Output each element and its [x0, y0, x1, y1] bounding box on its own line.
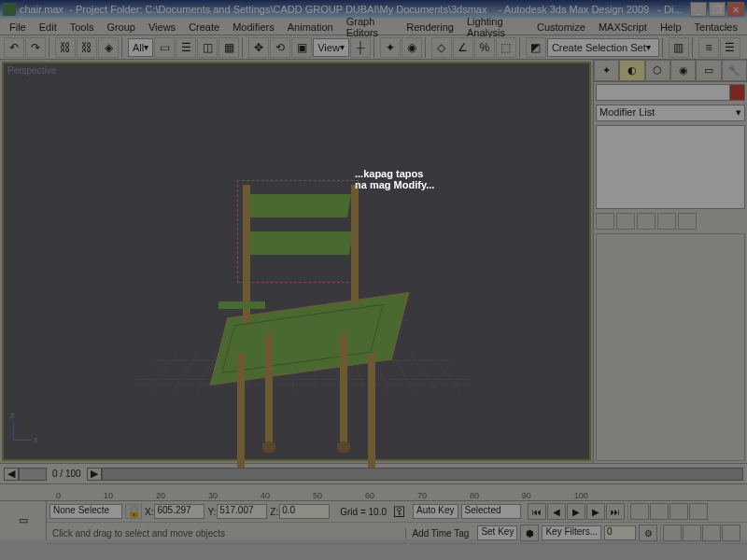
- rotate-button[interactable]: ⟲: [270, 37, 290, 58]
- rollout-area[interactable]: [596, 233, 745, 461]
- prompt-line: Click and drag to select and move object…: [49, 528, 402, 539]
- current-frame-field[interactable]: 0: [604, 525, 636, 540]
- maxscript-listener-button[interactable]: ▭: [0, 501, 47, 539]
- prev-frame-button[interactable]: ◀: [4, 468, 19, 481]
- undo-button[interactable]: ↶: [4, 37, 24, 58]
- menu-create[interactable]: Create: [183, 21, 225, 34]
- modifier-list-dropdown[interactable]: Modifier List▾: [596, 105, 745, 121]
- menu-animation[interactable]: Animation: [282, 21, 339, 34]
- menu-edit[interactable]: Edit: [34, 21, 63, 34]
- object-name-field[interactable]: [596, 84, 745, 101]
- menu-views[interactable]: Views: [143, 21, 181, 34]
- show-end-result-button[interactable]: [616, 213, 635, 230]
- snap-button[interactable]: ◇: [431, 37, 452, 58]
- mirror-button[interactable]: ▥: [669, 37, 689, 58]
- key-button[interactable]: ⬢: [520, 525, 539, 541]
- setkey-button[interactable]: Set Key: [477, 525, 517, 540]
- named-selset-button[interactable]: ◩: [526, 37, 546, 58]
- x-coord-field[interactable]: 605.297: [154, 504, 204, 519]
- chair-object[interactable]: [209, 166, 396, 483]
- z-coord-field[interactable]: 0.0: [279, 504, 330, 519]
- menu-help[interactable]: Help: [655, 21, 687, 34]
- object-color-swatch[interactable]: [729, 85, 744, 100]
- next-key-button[interactable]: ▶: [586, 503, 605, 520]
- add-time-tag[interactable]: Add Time Tag: [405, 528, 474, 539]
- pivot-button[interactable]: ┼: [350, 37, 371, 58]
- menu-lighting[interactable]: Lighting Analysis: [461, 15, 529, 39]
- walk-button[interactable]: [722, 525, 740, 541]
- menu-grapheditors[interactable]: Graph Editors: [341, 15, 400, 39]
- selection-filter[interactable]: All ▾: [128, 38, 153, 57]
- motion-tab[interactable]: ◉: [670, 60, 696, 81]
- select-button[interactable]: ▭: [154, 37, 175, 58]
- y-coord-field[interactable]: 517.007: [217, 504, 267, 519]
- close-button[interactable]: ✕: [727, 2, 744, 17]
- goto-end-button[interactable]: ⏭: [606, 503, 625, 520]
- window-crossing-button[interactable]: ▦: [218, 37, 239, 58]
- maximize-viewport-button[interactable]: [702, 525, 721, 541]
- main-toolbar: ↶ ↷ ⛓ ⛓ ◈ All ▾ ▭ ☰ ◫ ▦ ✥ ⟲ ▣ View ▾ ┼ ✦…: [0, 35, 747, 60]
- menu-maxscript[interactable]: MAXScript: [593, 21, 653, 34]
- zoom-button[interactable]: [630, 503, 649, 520]
- make-unique-button[interactable]: [637, 213, 655, 230]
- unlink-button[interactable]: ⛓: [77, 37, 97, 58]
- bind-button[interactable]: ◈: [98, 37, 119, 58]
- time-slider[interactable]: [19, 468, 47, 481]
- select-region-button[interactable]: ◫: [197, 37, 218, 58]
- scale-button[interactable]: ▣: [291, 37, 312, 58]
- next-frame-button[interactable]: ▶: [87, 468, 102, 481]
- spinner-snap-button[interactable]: ⬚: [496, 37, 516, 58]
- pin-stack-button[interactable]: [596, 213, 614, 230]
- angle-snap-button[interactable]: ∠: [453, 37, 473, 58]
- display-tab[interactable]: ▭: [696, 60, 721, 81]
- keyfilters-button[interactable]: Key Filters...: [542, 525, 601, 540]
- remove-modifier-button[interactable]: [657, 213, 676, 230]
- modifier-stack[interactable]: [596, 125, 745, 209]
- menu-rendering[interactable]: Rendering: [401, 21, 459, 34]
- menu-group[interactable]: Group: [101, 21, 141, 34]
- menu-file[interactable]: File: [4, 21, 32, 34]
- menu-modifiers[interactable]: Modifiers: [227, 21, 280, 34]
- chair-leg: [237, 353, 245, 474]
- percent-snap-button[interactable]: %: [474, 37, 495, 58]
- pan-button[interactable]: [663, 525, 682, 541]
- hierarchy-tab[interactable]: ⬡: [645, 60, 670, 81]
- select-name-button[interactable]: ☰: [176, 37, 196, 58]
- modify-tab[interactable]: ◐: [619, 60, 644, 81]
- fov-button[interactable]: [689, 503, 708, 520]
- align-button[interactable]: ≡: [698, 37, 719, 58]
- timeconfig-button[interactable]: ⚙: [639, 525, 657, 541]
- move-button[interactable]: ✥: [248, 37, 269, 58]
- zoom-all-button[interactable]: [650, 503, 669, 520]
- lock-selection-button[interactable]: 🔒: [125, 504, 142, 519]
- link-button[interactable]: ⛓: [55, 37, 76, 58]
- keymode-dropdown[interactable]: Selected: [461, 504, 521, 519]
- menu-customize[interactable]: Customize: [531, 21, 591, 34]
- autokey-button[interactable]: Auto Key: [413, 504, 458, 519]
- redo-button[interactable]: ↷: [25, 37, 46, 58]
- chair-armrest: [218, 301, 265, 309]
- create-tab[interactable]: ✦: [594, 60, 619, 81]
- object-name-input[interactable]: [597, 85, 729, 100]
- status-bar: ▭ None Selecte 🔒 X:605.297 Y:517.007 Z:0…: [0, 500, 747, 539]
- prev-key-button[interactable]: ◀: [547, 503, 566, 520]
- configure-sets-button[interactable]: [678, 213, 697, 230]
- keymode-button[interactable]: ◉: [402, 37, 422, 58]
- trackbar[interactable]: [102, 468, 743, 481]
- layers-button[interactable]: ☰: [720, 37, 740, 58]
- maximize-button[interactable]: ❐: [709, 2, 726, 17]
- arc-rotate-button[interactable]: [683, 525, 701, 541]
- goto-start-button[interactable]: ⏮: [528, 503, 546, 520]
- utilities-tab[interactable]: 🔧: [722, 60, 747, 81]
- viewport-perspective[interactable]: Perspective z x: [2, 62, 591, 461]
- refcoord-dropdown[interactable]: View ▾: [313, 38, 349, 57]
- window-title: chair.max - Project Folder: C:\Documents…: [20, 4, 690, 15]
- zoom-extents-button[interactable]: [669, 503, 688, 520]
- menu-tentacles[interactable]: Tentacles: [689, 21, 743, 34]
- axis-tripod: z x: [13, 422, 14, 441]
- play-button[interactable]: ▶: [567, 503, 585, 520]
- minimize-button[interactable]: _: [690, 2, 707, 17]
- menu-tools[interactable]: Tools: [64, 21, 100, 34]
- manipulate-button[interactable]: ✦: [380, 37, 401, 58]
- selection-set-dropdown[interactable]: Create Selection Set ▾: [547, 38, 659, 57]
